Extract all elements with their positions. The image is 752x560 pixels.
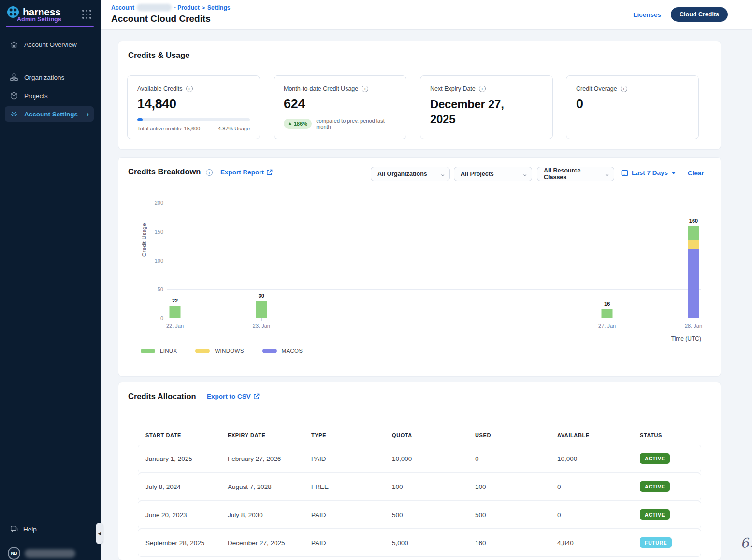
sidebar-item-account-settings[interactable]: Account Settings › <box>5 106 94 122</box>
y-axis-tick: 100 <box>144 258 163 264</box>
table-cell: 100 <box>468 483 550 490</box>
apps-grid-icon[interactable] <box>82 10 92 19</box>
total-active-credits: Total active credits: 15,600 <box>137 126 200 131</box>
breadcrumb-settings[interactable]: Settings <box>207 4 230 11</box>
cloud-credits-button[interactable]: Cloud Credits <box>671 7 728 22</box>
help-button[interactable]: Help <box>10 525 37 533</box>
handwritten-annotation: 6. <box>739 535 752 551</box>
allocation-table: START DATEEXPIRY DATETYPEQUOTAUSEDAVAILA… <box>138 429 701 557</box>
chart-x-axis-label: Time (UTC) <box>595 335 701 342</box>
info-icon[interactable]: i <box>362 86 368 92</box>
table-cell: 0 <box>550 483 633 490</box>
bar-segment-macos <box>688 249 699 318</box>
export-csv-link[interactable]: Export to CSV <box>207 393 260 400</box>
next-expiry-label: Next Expiry Date <box>430 86 476 92</box>
help-chat-icon <box>10 525 18 533</box>
credits-usage-section: Credits & Usage Available Credits i 14,8… <box>118 41 721 150</box>
allocation-table-body: January 1, 2025February 27, 2026PAID10,0… <box>138 445 701 556</box>
chevron-right-icon: › <box>87 110 89 118</box>
legend-label: MACOS <box>282 348 303 354</box>
table-row[interactable]: July 8, 2024August 7, 2028FREE1001000ACT… <box>138 473 701 500</box>
credits-breakdown-chart: 0501001502002222. Jan3023. Jan1627. Jan1… <box>167 203 701 318</box>
available-credits-value: 14,840 <box>137 97 250 112</box>
licenses-link[interactable]: Licenses <box>633 11 661 18</box>
x-axis-tick-label: 28. Jan <box>677 323 710 329</box>
sidebar-item-label: Account Overview <box>24 41 77 48</box>
info-icon[interactable]: i <box>186 86 193 92</box>
legend-item-linux[interactable]: LINUX <box>141 348 177 354</box>
usage-progress-bar <box>137 118 250 121</box>
sidebar-item-organizations[interactable]: Organizations <box>5 70 94 85</box>
table-row[interactable]: June 20, 2023July 8, 2030PAID5005000ACTI… <box>138 501 701 528</box>
x-axis-tick-label: 23. Jan <box>245 323 278 329</box>
x-axis-tick-mark <box>694 318 694 321</box>
legend-item-windows[interactable]: WINDOWS <box>195 348 244 354</box>
usage-percent: 4.87% Usage <box>218 126 250 131</box>
calendar-icon <box>621 169 628 176</box>
x-axis-tick-mark <box>261 318 262 321</box>
chevron-down-icon: ⌄ <box>522 172 528 177</box>
gridline <box>167 232 701 232</box>
delta-badge: 186% <box>284 119 312 129</box>
table-cell: 160 <box>468 539 550 546</box>
table-cell: December 27, 2025 <box>220 539 304 546</box>
chart-bar-22: 22 <box>170 306 181 318</box>
legend-item-macos[interactable]: MACOS <box>262 348 303 354</box>
sidebar-collapse-handle[interactable]: ◀ <box>96 523 103 544</box>
allocation-table-header: START DATEEXPIRY DATETYPEQUOTAUSEDAVAILA… <box>138 429 701 445</box>
chevron-down-icon: ⌄ <box>604 172 610 177</box>
credits-allocation-title: Credits Allocation <box>128 392 196 401</box>
sidebar-item-projects[interactable]: Projects <box>5 88 94 103</box>
sidebar-item-label: Projects <box>24 92 48 100</box>
usage-progress-fill <box>137 118 143 121</box>
breadcrumb-separator: > <box>202 5 205 11</box>
legend-swatch <box>262 349 277 353</box>
credit-overage-label: Credit Overage <box>576 86 617 92</box>
legend-swatch <box>141 349 155 353</box>
clear-filters-link[interactable]: Clear <box>688 170 704 177</box>
y-axis-tick: 200 <box>144 200 163 206</box>
mtd-usage-card: Month-to-date Credit Usage i 624 186% co… <box>274 75 406 139</box>
gear-icon <box>10 110 18 118</box>
y-axis-tick: 0 <box>144 316 163 321</box>
table-row[interactable]: September 28, 2025December 27, 2025PAID5… <box>138 529 701 556</box>
organizations-filter[interactable]: All Organizations ⌄ <box>371 167 450 181</box>
status-badge: ACTIVE <box>640 481 670 492</box>
next-expiry-card: Next Expiry Date i December 27, 2025 <box>420 75 553 139</box>
bar-segment-linux <box>170 306 181 318</box>
sidebar-item-account-overview[interactable]: Account Overview <box>5 37 94 52</box>
table-cell: January 1, 2025 <box>138 455 220 462</box>
info-icon[interactable]: i <box>206 169 213 176</box>
info-icon[interactable]: i <box>479 86 486 92</box>
projects-filter[interactable]: All Projects ⌄ <box>454 167 532 181</box>
info-icon[interactable]: i <box>621 86 627 92</box>
available-credits-label: Available Credits <box>137 86 183 92</box>
table-cell: July 8, 2030 <box>220 511 304 518</box>
resource-classes-filter[interactable]: All Resource Classes ⌄ <box>537 167 614 181</box>
table-cell: 10,000 <box>550 455 633 462</box>
table-cell: September 28, 2025 <box>138 539 220 546</box>
table-cell: PAID <box>304 539 385 546</box>
bar-value-label: 160 <box>679 218 708 224</box>
table-cell: 500 <box>468 511 550 518</box>
breadcrumb-product[interactable]: - Product <box>174 4 200 11</box>
table-cell: PAID <box>304 455 385 462</box>
user-account-row[interactable]: NB <box>8 547 75 560</box>
bar-value-label: 16 <box>593 301 622 307</box>
redacted-username <box>25 549 75 558</box>
table-cell: 100 <box>385 483 468 490</box>
table-cell: 5,000 <box>385 539 468 546</box>
export-report-link[interactable]: Export Report <box>220 169 273 176</box>
home-icon <box>10 40 18 49</box>
table-cell: July 8, 2024 <box>138 483 220 490</box>
breadcrumb-account[interactable]: Account <box>111 4 134 11</box>
admin-settings-label: Admin Settings <box>17 16 61 23</box>
date-range-picker[interactable]: Last 7 Days <box>621 169 676 176</box>
y-axis-tick: 50 <box>144 287 163 292</box>
x-axis-tick-label: 27. Jan <box>590 323 624 329</box>
chart-bar-28: 160 <box>688 226 699 318</box>
org-chart-icon <box>10 73 18 82</box>
chevron-down-icon: ⌄ <box>440 172 446 177</box>
table-row[interactable]: January 1, 2025February 27, 2026PAID10,0… <box>138 445 701 472</box>
avatar[interactable]: NB <box>8 547 20 560</box>
